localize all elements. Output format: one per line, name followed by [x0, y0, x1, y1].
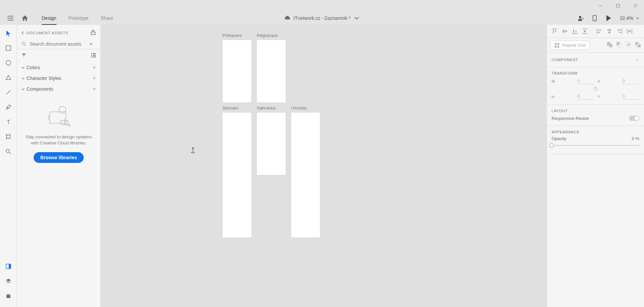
svg-rect-63 [629, 30, 631, 32]
svg-line-30 [25, 45, 26, 46]
transform-x-input[interactable]: 0 [622, 78, 639, 84]
svg-rect-32 [93, 53, 96, 54]
distribute-h-button[interactable] [625, 27, 634, 36]
svg-rect-73 [594, 88, 597, 90]
artboard-label-registrace[interactable]: Registrace [257, 33, 286, 38]
artboard-label-seznam[interactable]: Seznam [223, 105, 251, 111]
assets-panel-back[interactable]: DOCUMENT ASSETS [22, 31, 68, 35]
assets-search[interactable] [17, 39, 100, 49]
tab-prototype[interactable]: Prototype [63, 11, 95, 25]
artboard-label-prihlaseni[interactable]: Prihlaseni [223, 33, 251, 38]
filter-icon[interactable] [22, 53, 26, 59]
svg-rect-46 [572, 33, 577, 34]
libraries-illustration: T [44, 104, 74, 128]
assets-panel-title: DOCUMENT ASSETS [27, 31, 68, 35]
ellipse-tool[interactable] [5, 59, 12, 67]
align-bottom-button[interactable] [570, 27, 579, 36]
svg-rect-72 [628, 44, 629, 45]
svg-rect-45 [565, 30, 566, 33]
boolean-exclude-button[interactable] [635, 42, 641, 48]
zoom-tool[interactable] [5, 148, 12, 155]
artboard-label-uloziste[interactable]: Uloziste [291, 105, 320, 111]
distribute-v-button[interactable] [580, 27, 589, 36]
responsive-resize-label: Responsive Resize [552, 116, 589, 121]
transform-w-label: W [552, 79, 574, 83]
transform-h-input[interactable]: 0 [577, 93, 594, 100]
artboard-nahravka[interactable] [257, 113, 286, 175]
window-close-button[interactable] [631, 2, 641, 9]
select-tool[interactable] [5, 30, 12, 37]
chevron-down-icon [89, 42, 93, 46]
document-title[interactable]: ITnetwork.cz - Zaznamnik * [285, 15, 359, 21]
window-maximize-button[interactable] [613, 2, 623, 9]
svg-rect-12 [6, 46, 11, 50]
svg-rect-16 [7, 135, 10, 138]
artboard-seznam[interactable] [223, 113, 251, 237]
svg-point-7 [579, 16, 581, 18]
align-left-button[interactable] [595, 27, 604, 36]
boolean-subtract-button[interactable] [616, 42, 622, 48]
align-right-button[interactable] [615, 27, 624, 36]
polygon-tool[interactable] [5, 74, 12, 81]
assets-category-colors[interactable]: Colors + [17, 62, 100, 73]
list-view-icon[interactable] [91, 53, 96, 59]
align-hcenter-button[interactable] [605, 27, 614, 36]
transform-grid: W 0 X 0 H 0 Y 0 [552, 78, 639, 100]
home-button[interactable] [18, 12, 32, 24]
align-vcenter-button[interactable] [560, 27, 569, 36]
rectangle-tool[interactable] [5, 44, 12, 52]
tab-design[interactable]: Design [36, 11, 63, 25]
responsive-resize-toggle[interactable] [629, 116, 639, 121]
component-section-header: COMPONENT + [547, 53, 644, 67]
device-preview-icon[interactable] [592, 15, 598, 21]
svg-rect-48 [575, 31, 576, 33]
svg-rect-1 [617, 4, 620, 7]
artboard-tool[interactable] [5, 133, 12, 140]
browse-libraries-button[interactable]: Browse libraries [34, 152, 84, 163]
libraries-empty-message: Stay connected to design systems with Cr… [24, 134, 94, 146]
artboard-label-nahravka[interactable]: Nahravka [257, 105, 286, 111]
artboard-registrace[interactable] [257, 40, 286, 102]
pen-tool[interactable] [5, 103, 12, 111]
add-charstyle-button[interactable]: + [93, 76, 96, 81]
artboard-uloziste[interactable] [291, 113, 320, 237]
add-component-button[interactable]: + [93, 86, 96, 92]
window-minimize-button[interactable] [596, 2, 606, 9]
add-component-instance-button[interactable]: + [636, 57, 639, 63]
hamburger-menu-button[interactable] [5, 12, 16, 24]
opacity-slider[interactable] [552, 143, 639, 148]
tab-share[interactable]: Share [95, 11, 119, 25]
boolean-intersect-button[interactable] [626, 42, 631, 48]
chevron-down-icon [22, 88, 25, 91]
svg-rect-44 [563, 29, 564, 33]
search-icon [22, 42, 26, 46]
boolean-add-button[interactable] [607, 42, 612, 48]
lock-aspect-icon[interactable] [552, 86, 639, 91]
svg-point-11 [594, 20, 595, 20]
svg-rect-50 [582, 33, 588, 34]
assets-search-input[interactable] [29, 41, 89, 47]
svg-rect-59 [617, 30, 621, 31]
canvas[interactable]: Prihlaseni Registrace Seznam Nahravka Ul… [101, 25, 547, 307]
add-color-button[interactable]: + [93, 65, 96, 70]
zoom-control[interactable]: 22.4% [620, 15, 639, 21]
transform-y-input[interactable]: 0 [622, 93, 639, 100]
line-tool[interactable] [5, 89, 12, 96]
transform-w-input[interactable]: 0 [577, 78, 594, 84]
publish-icon[interactable] [90, 30, 96, 36]
svg-text:T: T [47, 115, 50, 121]
text-tool[interactable]: T [5, 118, 12, 126]
svg-rect-35 [91, 56, 92, 57]
opacity-value[interactable]: 0 % [632, 136, 639, 141]
plugins-panel-toggle[interactable] [5, 292, 12, 300]
assets-panel-toggle[interactable] [5, 263, 12, 270]
transform-y-label: Y [598, 95, 619, 99]
artboard-prihlaseni[interactable] [223, 40, 251, 102]
assets-category-charstyles[interactable]: Character Styles + [17, 73, 100, 84]
invite-icon[interactable] [577, 15, 583, 21]
layers-panel-toggle[interactable] [5, 277, 12, 285]
repeat-grid-button[interactable]: Repeat Grid [550, 41, 590, 50]
assets-category-components[interactable]: Components + [17, 84, 100, 94]
align-top-button[interactable] [550, 27, 559, 36]
play-preview-icon[interactable] [606, 15, 612, 21]
